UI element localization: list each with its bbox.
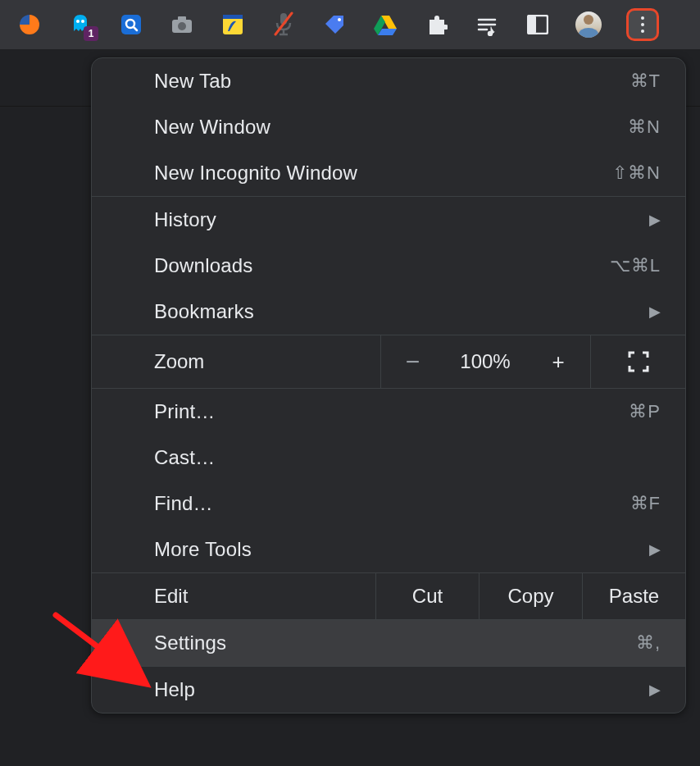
menu-item-settings[interactable]: Settings ⌘, [92,620,685,666]
zoom-level: 100% [444,335,526,388]
menu-item-label: Find… [154,492,213,515]
shortcut: ⌘T [630,71,661,92]
menu-item-help[interactable]: Help ▶ [92,667,685,713]
cut-button[interactable]: Cut [375,573,479,619]
menu-item-new-window[interactable]: New Window ⌘N [92,104,685,150]
mic-mute-ext-icon[interactable] [270,11,297,38]
edit-label: Edit [92,573,375,619]
menu-item-label: Print… [154,400,216,423]
menu-item-bookmarks[interactable]: Bookmarks ▶ [92,289,685,335]
shortcut: ⌘N [628,116,661,138]
svg-point-18 [489,32,492,35]
avatar-icon[interactable] [575,11,602,38]
menu-item-more-tools[interactable]: More Tools ▶ [92,527,685,572]
menu-item-zoom: Zoom − 100% + [92,335,685,388]
svg-rect-6 [178,16,186,21]
ext-badge: 1 [84,26,98,41]
fullscreen-button[interactable] [590,335,685,388]
svg-point-1 [81,20,84,23]
menu-item-label: New Incognito Window [154,162,357,185]
menu-item-edit: Edit Cut Copy Paste [92,573,685,619]
zoom-out-button[interactable]: − [380,335,444,388]
chevron-right-icon: ▶ [649,303,661,321]
sidepanel-icon[interactable] [525,11,551,38]
similarweb-ext-icon[interactable] [16,11,43,38]
tag-ext-icon[interactable] [321,11,348,38]
svg-point-7 [178,22,186,30]
menu-item-find[interactable]: Find… ⌘F [92,481,685,527]
chevron-right-icon: ▶ [649,211,661,229]
svg-point-14 [338,18,341,21]
drive-ext-icon[interactable] [372,11,398,38]
zoom-label: Zoom [92,350,380,373]
puzzle-icon[interactable] [423,11,449,38]
menu-item-incognito[interactable]: New Incognito Window ⇧⌘N [92,150,685,196]
ghostery-ext-icon[interactable]: 1 [67,11,93,38]
menu-item-label: Cast… [154,446,215,469]
zoom-in-button[interactable]: + [526,335,590,388]
shortcut: ⌘P [629,401,661,422]
screenshot-ext-icon[interactable] [169,11,195,38]
svg-rect-9 [223,15,243,19]
chevron-right-icon: ▶ [649,681,661,699]
menu-item-label: More Tools [154,538,252,561]
menu-item-label: New Window [154,116,270,139]
svg-rect-2 [121,15,141,34]
browser-toolbar: 1 [0,0,700,49]
copy-button[interactable]: Copy [479,573,582,619]
menu-item-history[interactable]: History ▶ [92,197,685,243]
menu-item-label: New Tab [154,70,231,93]
paste-button[interactable]: Paste [582,573,685,619]
shortcut: ⌘, [636,632,661,654]
shortcut: ⇧⌘N [612,162,661,184]
menu-item-label: History [154,208,216,231]
menu-item-new-tab[interactable]: New Tab ⌘T [92,58,685,104]
more-vert-icon[interactable] [626,8,659,41]
shortcut: ⌥⌘L [610,255,661,276]
menu-item-label: Bookmarks [154,300,254,323]
chrome-menu: New Tab ⌘T New Window ⌘N New Incognito W… [91,57,686,714]
menu-item-cast[interactable]: Cast… [92,435,685,481]
menu-item-print[interactable]: Print… ⌘P [92,389,685,435]
svg-point-0 [76,20,80,23]
notes-ext-icon[interactable] [220,11,246,38]
shortcut: ⌘F [630,493,661,514]
svg-rect-20 [528,16,536,34]
search-ext-icon[interactable] [118,11,144,38]
menu-item-label: Help [154,678,195,701]
media-controls-icon[interactable] [474,11,500,38]
menu-item-label: Downloads [154,254,253,277]
chevron-right-icon: ▶ [649,540,661,559]
menu-item-downloads[interactable]: Downloads ⌥⌘L [92,243,685,289]
menu-item-label: Settings [154,631,226,654]
